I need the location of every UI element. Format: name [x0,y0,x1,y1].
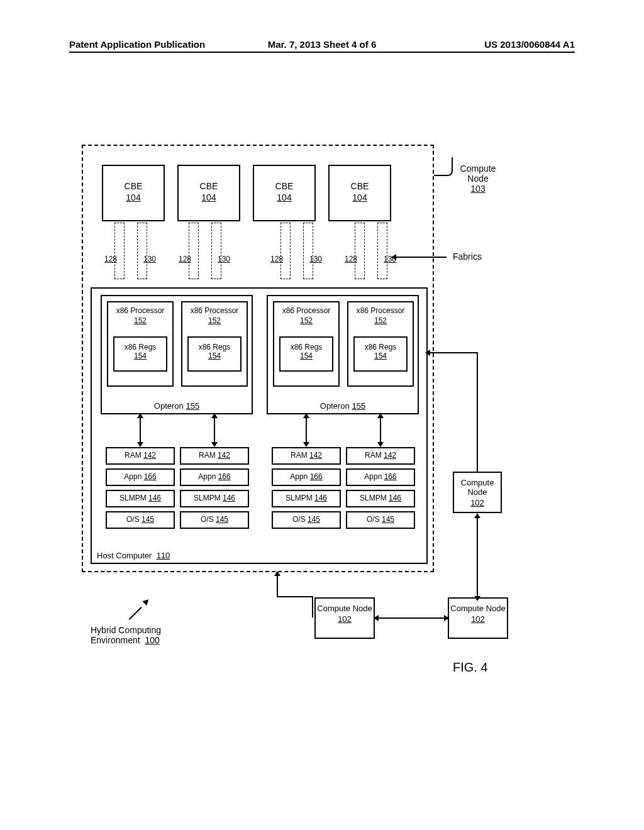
compute-node-103-boundary: CBE 104 CBE 104 CBE 104 CBE 104 [82,145,434,572]
x86-processor: x86 Processor 152 x86 Regs 154 [347,301,414,387]
fabric-ref: 128 [101,255,120,263]
x86-regs: x86 Regs 154 [353,336,408,372]
inter-node-arrow [477,517,478,597]
regs-ref: 154 [208,351,221,360]
memory-stack: RAM 142 Appn 166 SLMPM 146 O/S 145 [346,447,415,533]
x86-regs: x86 Regs 154 [279,336,333,372]
cbe-block: CBE 104 [102,165,165,221]
os-row: O/S 145 [346,511,415,529]
pointer-arrow-icon [127,597,152,622]
fabrics-label: Fabrics [453,252,482,262]
compute-node-102-leader [429,352,478,353]
ram-row: RAM 142 [346,447,415,465]
appn-row: Appn 166 [346,468,415,486]
regs-ref: 154 [300,351,313,360]
proc-ref: 152 [348,316,413,325]
inter-node-arrow [277,575,278,596]
fabric-ref: 130 [214,255,233,263]
cbe-ref: 104 [179,192,239,202]
bus-arrow [214,417,215,443]
header-mid: Mar. 7, 2013 Sheet 4 of 6 [268,39,377,50]
header-left: Patent Application Publication [69,39,205,50]
proc-name: x86 Processor [348,306,413,315]
opt-name: Opteron [154,401,184,411]
proc-name: x86 Processor [274,306,338,315]
bus-arrow [140,417,141,443]
regs-name: x86 Regs [291,343,323,351]
x86-processor: x86 Processor 152 x86 Regs 154 [273,301,340,387]
appn-row: Appn 166 [272,468,341,486]
fabric-ref: 128 [267,255,286,263]
fabric-link: 130 [377,223,387,279]
cbe-ref: 104 [103,192,164,202]
figure-number: FIG. 4 [453,660,488,675]
memory-stack: RAM 142 Appn 166 SLMPM 146 O/S 145 [106,447,175,533]
compute-node-102-label-box: Compute Node 102 [453,472,502,513]
slmpm-row: SLMPM 146 [272,490,341,507]
x86-regs: x86 Regs 154 [113,336,167,372]
opt-name: Opteron [320,401,350,411]
memory-stack: RAM 142 Appn 166 SLMPM 146 O/S 145 [180,447,249,533]
bus-arrow [306,417,307,443]
cbe-row: CBE 104 CBE 104 CBE 104 CBE 104 [102,165,416,221]
proc-ref: 152 [274,316,338,325]
ram-row: RAM 142 [106,447,175,465]
host-computer-boundary: x86 Processor 152 x86 Regs 154 x86 Proce… [91,287,428,564]
opt-ref: 155 [186,401,199,411]
proc-name: x86 Processor [182,306,247,315]
fabrics-leader [395,257,447,258]
opteron-group: x86 Processor 152 x86 Regs 154 x86 Proce… [101,295,253,414]
regs-ref: 154 [134,351,147,360]
x86-processor: x86 Processor 152 x86 Regs 154 [107,301,174,387]
cbe-block: CBE 104 [253,165,316,221]
appn-row: Appn 166 [180,468,249,486]
cbe-label: CBE [125,181,143,191]
host-computer-label: Host Computer 110 [97,551,170,560]
fabric-link: 128 [355,223,365,279]
appn-row: Appn 166 [106,468,175,486]
opteron-label: Opteron 155 [268,401,418,411]
corner-line [277,596,313,597]
cbe-label: CBE [275,181,294,191]
header-rule [69,52,575,53]
os-row: O/S 145 [106,511,175,529]
proc-ref: 152 [182,316,247,325]
opteron-group: x86 Processor 152 x86 Regs 154 x86 Proce… [267,295,419,414]
fabric-link: 128 [280,223,291,279]
compute-node-box: Compute Node 102 [448,597,508,639]
leader-line [434,157,453,176]
os-row: O/S 145 [180,511,249,529]
fabric-link: 130 [137,223,147,279]
fabric-link: 130 [303,223,313,279]
diagram-figure-4: CBE 104 CBE 104 CBE 104 CBE 104 [82,145,560,711]
x86-regs: x86 Regs 154 [187,336,242,372]
cbe-block: CBE 104 [177,165,240,221]
slmpm-row: SLMPM 146 [346,490,415,507]
opteron-label: Opteron 155 [102,401,252,411]
regs-ref: 154 [374,351,387,360]
proc-ref: 152 [108,316,172,325]
cbe-label: CBE [351,181,369,191]
x86-processor: x86 Processor 152 x86 Regs 154 [181,301,248,387]
fabric-ref: 130 [140,255,159,263]
regs-name: x86 Regs [199,343,231,351]
opt-ref: 155 [352,401,365,411]
fabric-link: 130 [211,223,221,279]
ram-row: RAM 142 [180,447,249,465]
cbe-ref: 104 [330,192,390,202]
compute-node-103-label: Compute Node 103 [453,163,503,194]
cbe-label: CBE [200,181,218,191]
proc-name: x86 Processor [108,306,172,315]
cbe-ref: 104 [254,192,314,202]
header-right: US 2013/0060844 A1 [484,39,575,50]
fabric-link: 128 [189,223,199,279]
slmpm-row: SLMPM 146 [180,490,249,507]
compute-node-box: Compute Node 102 [314,597,375,639]
regs-name: x86 Regs [365,343,397,351]
fabric-ref: 128 [175,255,194,263]
fabric-ref: 130 [306,255,325,263]
hybrid-environment-label: Hybrid Computing Environment 100 [91,625,161,645]
corner-line [312,596,313,617]
ram-row: RAM 142 [272,447,341,465]
os-row: O/S 145 [272,511,341,529]
